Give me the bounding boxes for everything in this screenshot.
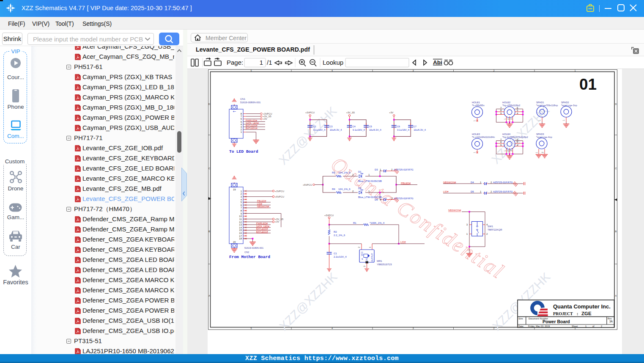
svg-text:BATLED0#: BATLED0# [246,124,258,127]
svg-text:*spad-zge-4np: *spad-zge-4np [536,136,552,138]
svg-text:17: 17 [239,235,242,237]
svg-text:Lookup: Lookup [323,59,343,66]
svg-text:C7: C7 [414,125,417,128]
svg-text:D: D [208,103,210,105]
svg-text:4: 4 [332,69,333,72]
svg-text:VCC: VCC [361,251,363,256]
svg-text:5: 5 [250,327,252,330]
svg-text:1: 1 [574,69,575,72]
svg-text:16: 16 [239,232,242,234]
svg-text:Sheet: Sheet [572,325,578,327]
svg-text:*spad-se709x118np: *spad-se709x118np [536,104,558,107]
svg-text:C5: C5 [369,125,372,128]
svg-text:LID#: LID# [443,190,449,193]
svg-text:0.1u/16V_4: 0.1u/16V_4 [313,129,326,131]
svg-text:+3V: +3V [389,111,393,114]
svg-text:19: 19 [233,188,236,191]
svg-text:3: 3 [412,327,414,330]
svg-text:D4: D4 [471,181,474,184]
svg-text:13: 13 [239,223,242,226]
svg-text:2.2u/10V_4: 2.2u/10V_4 [334,256,347,258]
svg-text:+3VPCU: +3VPCU [263,113,272,115]
svg-text:SW1: SW1 [488,225,493,228]
svg-text:2: 2 [601,325,602,327]
svg-text:LID#: LID# [400,241,406,243]
svg-text:1: 1 [504,150,506,151]
svg-text:+3V_S5: +3V_S5 [275,218,283,220]
svg-text:Date:: Date: [518,325,524,327]
svg-text:YB8251ST23: YB8251ST23 [377,263,392,266]
svg-text:SPAD1: SPAD1 [536,101,544,104]
svg-text:B: B [615,230,617,233]
svg-text:1: 1 [562,120,565,121]
svg-text:10u/6.3V_4: 10u/6.3V_4 [414,129,426,131]
svg-text:15: 15 [239,229,242,231]
svg-text:1: 1 [585,325,586,327]
svg-text:R3: R3 [332,171,335,174]
svg-text:+3V_S5: +3V_S5 [263,115,271,118]
svg-text:+3VPCU: +3VPCU [275,190,284,192]
svg-text:NBSWON#: NBSWON# [443,181,456,184]
svg-text:10: 10 [239,215,242,217]
svg-text:CN1: CN1 [240,98,246,100]
svg-text:2: 2 [507,118,510,120]
svg-text:1: 1 [473,120,476,121]
svg-text:2: 2 [541,152,544,153]
svg-text:AZ5725-01F.R7G: AZ5725-01F.R7G [394,197,414,200]
svg-text:18: 18 [239,237,242,240]
svg-text:1: 1 [260,59,263,66]
svg-text:2: 2 [493,69,494,72]
svg-text:Friday, May 03, 2019: Friday, May 03, 2019 [528,325,550,327]
svg-text:ZGE: ZGE [581,311,592,316]
svg-text:+3V_S5: +3V_S5 [346,111,355,114]
svg-text:10u/6.3V_4: 10u/6.3V_4 [330,129,342,131]
svg-text:14: 14 [239,226,242,229]
svg-text:A: A [615,294,617,297]
svg-text:C: C [208,167,210,170]
svg-text:B: B [208,230,210,233]
svg-text:20: 20 [233,241,236,243]
svg-text:C2: C2 [313,125,316,128]
svg-text:PBLED#: PBLED# [257,200,266,202]
svg-text:TBFF22KQR: TBFF22KQR [488,228,502,231]
svg-text:*hg-tic256bc276d118p2: *hg-tic256bc276d118p2 [502,136,528,138]
svg-text:AZ5725-01F.R7G: AZ5725-01F.R7G [394,168,414,171]
svg-text:GND: GND [365,257,368,262]
svg-text:4: 4 [332,327,333,330]
svg-text:HOLE1: HOLE1 [472,101,480,104]
svg-text:LID#: LID# [257,203,263,205]
svg-text:Quanta Computer Inc.: Quanta Computer Inc. [553,303,611,310]
svg-text:NBSWON#: NBSWON# [448,209,461,212]
svg-text:/1: /1 [267,59,272,66]
svg-text:0.1u/16V_4: 0.1u/16V_4 [353,129,365,131]
svg-text:From Mother Board: From Mother Board [229,255,270,259]
svg-text:124_1%_6: 124_1%_6 [338,171,351,174]
svg-text:BATLED1#: BATLED1# [246,127,258,129]
svg-text:5: 5 [250,69,252,72]
svg-text:D: D [615,103,617,105]
svg-text:PBLED#: PBLED# [401,182,411,184]
svg-text:D6: D6 [375,198,378,201]
svg-text:AZ5725-01F.R7G: AZ5725-01F.R7G [493,190,513,193]
svg-text:R1: R1 [353,222,356,224]
svg-text:Blue_LTW-010SCSB: Blue_LTW-010SCSB [358,180,382,182]
svg-text:1: 1 [369,247,371,248]
svg-text:SPAD3: SPAD3 [536,133,544,135]
svg-text:*h-c95d95n: *h-c95d95n [472,104,485,107]
svg-text:3: 3 [510,150,512,151]
svg-text:+3VPCU: +3VPCU [324,214,334,217]
svg-text:NBSWON#: NBSWON# [257,205,269,208]
svg-text:*spad-zge-3np: *spad-zge-3np [561,104,577,107]
svg-text:To LED Board: To LED Board [229,149,258,154]
svg-text:11: 11 [239,218,242,220]
svg-text:A: A [208,294,210,297]
svg-text:Size: Size [518,317,523,320]
svg-text:BATLED1#: BATLED1# [256,231,268,233]
svg-text:PWRLED#: PWRLED# [246,119,258,122]
svg-text:CN2: CN2 [244,251,249,253]
svg-text:MR1: MR1 [377,260,382,262]
svg-text:3A: 3A [609,320,613,323]
svg-text:3: 3 [412,69,414,72]
svg-text:PROJECT: PROJECT [553,311,573,316]
svg-text:1: 1 [535,152,538,153]
